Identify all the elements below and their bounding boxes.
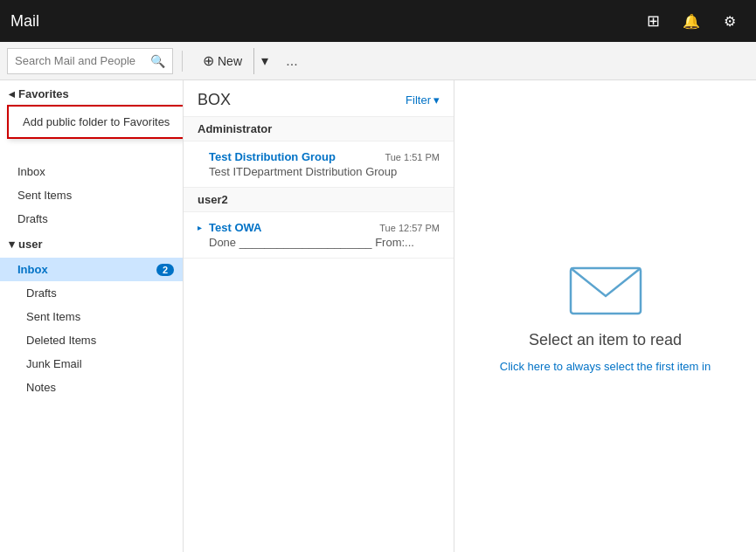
email-item-2[interactable]: ▸ Test OWA Tue 12:57 PM Done ___________… [184,212,454,259]
bell-icon-button[interactable]: 🔔 [676,5,707,37]
filter-button[interactable]: Filter ▾ [406,93,440,107]
search-icon[interactable]: 🔍 [150,54,165,68]
favorites-header[interactable]: ◂ Favorites [0,80,183,107]
sidebar-item-deleted[interactable]: Deleted Items [0,328,183,352]
filter-chevron-icon: ▾ [433,93,440,107]
topbar: Mail ⊞ 🔔 ⚙ [0,0,756,42]
reading-pane: Select an item to read Click here to alw… [454,80,756,552]
sidebar-item-drafts[interactable]: Drafts [0,281,183,305]
inbox-label: Inbox [17,263,48,276]
favorites-section: ◂ Favorites Add public folder to Favorit… [0,80,183,107]
new-button[interactable]: ⊕ New [191,48,253,74]
reading-pane-title: Select an item to read [529,331,682,349]
junk-label: Junk Email [26,357,82,370]
sidebar-item-sent-favorites[interactable]: Sent Items [0,183,183,207]
sidebar-item-inbox[interactable]: Inbox 2 [0,258,183,281]
chevron-down-icon: ▾ [261,52,268,69]
sent-favorites-label: Sent Items [17,189,72,202]
sidebar-item-drafts-favorites[interactable]: Drafts [0,207,183,231]
email-subject-2: Done _____________________ From:... [209,236,440,249]
email-sender-1: Test Distribution Group [209,150,336,163]
gear-icon-button[interactable]: ⚙ [714,5,746,37]
email-item-1-row1: Test Distribution Group Tue 1:51 PM [209,150,440,163]
email-item-1[interactable]: ▸ Test Distribution Group Tue 1:51 PM Te… [184,141,454,188]
new-button-label: New [218,54,242,68]
more-button[interactable]: ... [278,48,306,74]
drafts-label: Drafts [26,286,57,300]
plus-icon: ⊕ [203,52,214,69]
group-name-user2: user2 [198,193,228,206]
filter-label: Filter [406,93,431,107]
gear-icon: ⚙ [724,13,736,30]
email-list-header: BOX Filter ▾ [184,80,454,117]
email-sender-2: Test OWA [209,221,261,234]
toolbar: 🔍 ⊕ New ▾ ... [0,42,756,80]
chevron-left-icon: ◂ [9,87,15,100]
email-time-2: Tue 12:57 PM [379,223,440,233]
topbar-icons: ⊞ 🔔 ⚙ [637,5,746,37]
bell-icon: 🔔 [683,13,700,30]
popup-text: Add public folder to Favorites [23,115,170,128]
user-section-label: user [18,238,42,251]
favorites-items: Inbox Sent Items Drafts [0,160,183,231]
inbox-favorites-label: Inbox [17,165,45,178]
grid-icon: ⊞ [647,11,660,31]
toolbar-separator [182,51,183,72]
sidebar-item-notes[interactable]: Notes [0,376,183,399]
email-item-2-content: Test OWA Tue 12:57 PM Done _____________… [209,221,440,249]
favorites-label: Favorites [18,87,69,100]
email-list-title: BOX [198,91,231,109]
email-item-1-content: Test Distribution Group Tue 1:51 PM Test… [209,150,440,178]
email-arrow-icon-2: ▸ [198,223,202,232]
email-list: BOX Filter ▾ Administrator ▸ Test Distri… [184,80,454,552]
chevron-down-icon: ▾ [9,238,15,251]
notes-label: Notes [26,381,56,394]
sidebar: ◂ Favorites Add public folder to Favorit… [0,80,184,552]
reading-pane-link[interactable]: Click here to always select the first it… [500,360,711,373]
search-box: 🔍 [7,48,173,74]
email-group-administrator: Administrator [184,117,454,141]
email-group-user2: user2 [184,188,454,212]
inbox-badge: 2 [156,264,174,276]
sent-label: Sent Items [26,310,80,323]
add-public-folder-popup[interactable]: Add public folder to Favorites [7,105,184,139]
email-item-2-row1: Test OWA Tue 12:57 PM [209,221,440,234]
grid-icon-button[interactable]: ⊞ [637,5,669,37]
email-subject-1: Test ITDepartment Distribution Group [209,165,440,178]
new-button-group: ⊕ New ▾ [191,48,274,74]
envelope-icon [566,259,645,321]
email-time-1: Tue 1:51 PM [385,152,440,162]
main-layout: ◂ Favorites Add public folder to Favorit… [0,80,756,552]
sidebar-item-sent[interactable]: Sent Items [0,305,183,328]
group-name-administrator: Administrator [198,122,272,135]
app-title: Mail [10,12,637,31]
deleted-label: Deleted Items [26,334,96,347]
new-button-dropdown[interactable]: ▾ [253,48,274,74]
search-input[interactable] [15,54,147,67]
user-section-header[interactable]: ▾ user [0,231,183,258]
svg-rect-0 [571,268,641,314]
sidebar-item-inbox-favorites[interactable]: Inbox [0,160,183,183]
sidebar-item-junk[interactable]: Junk Email [0,352,183,376]
more-icon: ... [286,53,297,69]
drafts-favorites-label: Drafts [17,212,48,225]
